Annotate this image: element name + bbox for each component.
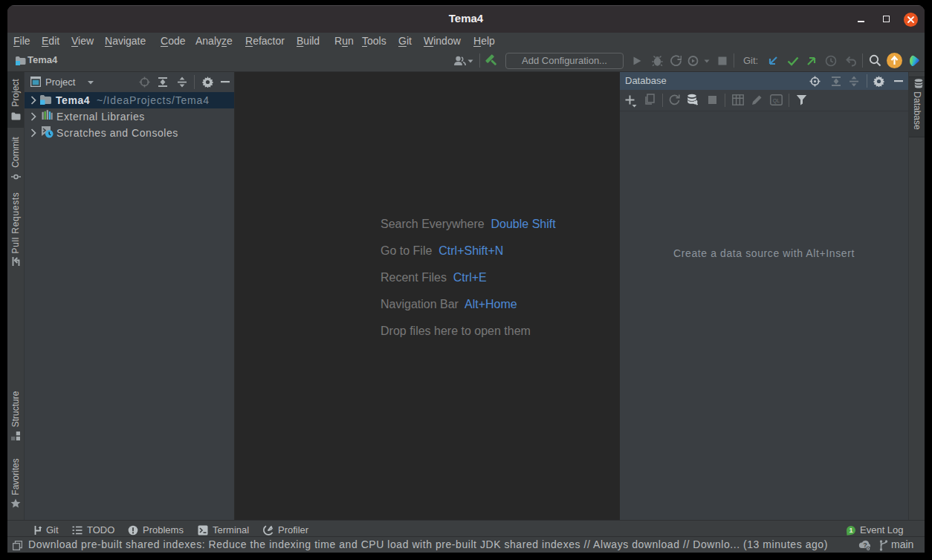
svg-text:1: 1 [849, 527, 852, 534]
svg-text:QL: QL [773, 98, 780, 104]
